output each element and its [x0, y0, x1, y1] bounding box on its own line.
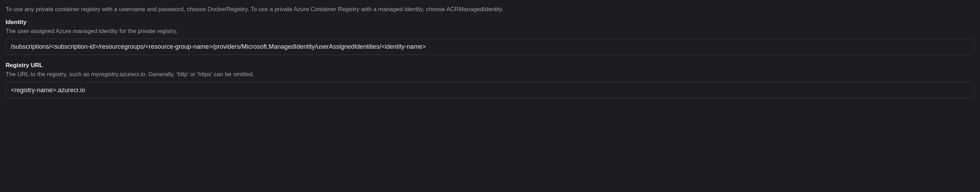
- registry-url-description: The URL to the registry, such as myregis…: [6, 70, 974, 78]
- identity-input[interactable]: [6, 38, 974, 55]
- identity-field-group: Identity The user-assigned Azure managed…: [6, 19, 974, 55]
- registry-url-input[interactable]: [6, 82, 974, 98]
- registry-url-label: Registry URL: [6, 62, 974, 69]
- registry-url-field-group: Registry URL The URL to the registry, su…: [6, 62, 974, 98]
- intro-description: To use any private container registry wi…: [6, 5, 974, 14]
- identity-description: The user-assigned Azure managed identity…: [6, 27, 974, 35]
- identity-label: Identity: [6, 19, 974, 26]
